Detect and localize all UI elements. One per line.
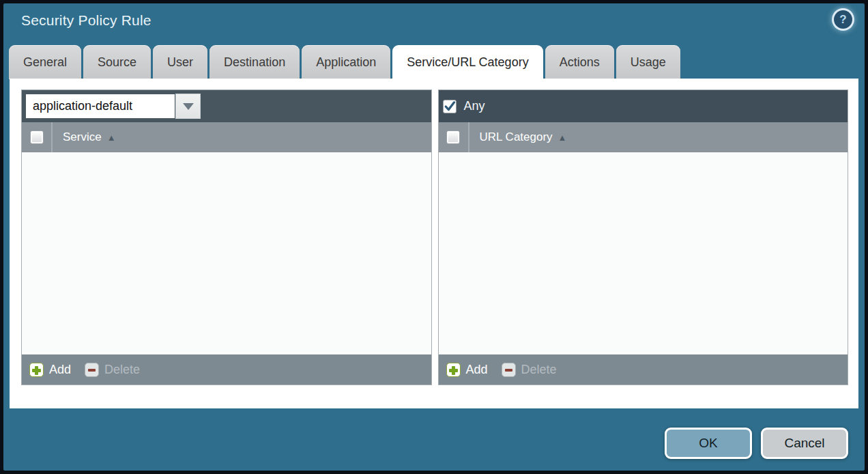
tab-user[interactable]: User bbox=[153, 45, 207, 79]
plus-icon bbox=[29, 363, 44, 377]
chevron-down-icon bbox=[183, 103, 194, 115]
service-delete-label: Delete bbox=[104, 363, 140, 377]
url-category-footer-bar: Add Delete bbox=[439, 354, 848, 385]
service-type-input[interactable] bbox=[26, 94, 175, 118]
service-panel: Service ▲ Add Delete bbox=[21, 89, 432, 385]
service-column-label: Service bbox=[63, 130, 102, 144]
service-type-dropdown-button[interactable] bbox=[175, 94, 201, 119]
tab-destination[interactable]: Destination bbox=[209, 45, 300, 79]
minus-icon bbox=[85, 363, 99, 377]
any-checkbox[interactable] bbox=[443, 100, 457, 113]
tab-source[interactable]: Source bbox=[83, 45, 151, 79]
url-category-add-button[interactable]: Add bbox=[446, 363, 488, 377]
url-header-checkbox-cell bbox=[439, 122, 469, 152]
plus-icon bbox=[446, 363, 461, 377]
ok-button[interactable]: OK bbox=[665, 428, 752, 459]
service-add-label: Add bbox=[49, 363, 71, 377]
url-category-delete-button[interactable]: Delete bbox=[502, 363, 557, 377]
help-icon[interactable]: ? bbox=[834, 10, 852, 29]
service-list-body bbox=[22, 152, 431, 354]
url-category-delete-label: Delete bbox=[521, 363, 557, 377]
service-type-select bbox=[26, 94, 201, 119]
tab-bar: General Source User Destination Applicat… bbox=[9, 45, 859, 79]
service-select-all-checkbox[interactable] bbox=[30, 130, 44, 144]
service-add-button[interactable]: Add bbox=[29, 363, 71, 377]
tab-general[interactable]: General bbox=[9, 45, 81, 79]
tab-service-url-category[interactable]: Service/URL Category bbox=[392, 45, 542, 79]
any-label: Any bbox=[464, 99, 485, 113]
sort-ascending-icon: ▲ bbox=[558, 133, 567, 143]
url-category-panel: Any URL Category ▲ Add Delete bbox=[438, 89, 849, 385]
minus-icon bbox=[502, 363, 516, 377]
url-category-column-label: URL Category bbox=[480, 130, 553, 144]
tab-content: Service ▲ Add Delete bbox=[10, 79, 858, 408]
service-header-checkbox-cell bbox=[22, 122, 52, 152]
tab-usage[interactable]: Usage bbox=[616, 45, 680, 79]
service-footer-bar: Add Delete bbox=[22, 354, 431, 385]
cancel-button[interactable]: Cancel bbox=[761, 428, 848, 459]
url-category-list-body bbox=[439, 152, 848, 354]
tab-actions[interactable]: Actions bbox=[545, 45, 614, 79]
dialog-title: Security Policy Rule bbox=[21, 12, 151, 29]
service-delete-button[interactable]: Delete bbox=[85, 363, 140, 377]
url-category-add-label: Add bbox=[466, 363, 488, 377]
tab-application[interactable]: Application bbox=[302, 45, 390, 79]
dialog-button-row: OK Cancel bbox=[665, 428, 848, 459]
security-policy-rule-dialog: Security Policy Rule ? General Source Us… bbox=[3, 3, 865, 471]
checkmark-icon bbox=[444, 99, 456, 114]
service-type-toolbar bbox=[22, 90, 431, 122]
service-column-header[interactable]: Service ▲ bbox=[22, 122, 431, 152]
url-category-column-header[interactable]: URL Category ▲ bbox=[439, 122, 848, 152]
url-any-toolbar: Any bbox=[439, 90, 848, 122]
sort-ascending-icon: ▲ bbox=[107, 133, 116, 143]
url-select-all-checkbox[interactable] bbox=[446, 130, 460, 144]
